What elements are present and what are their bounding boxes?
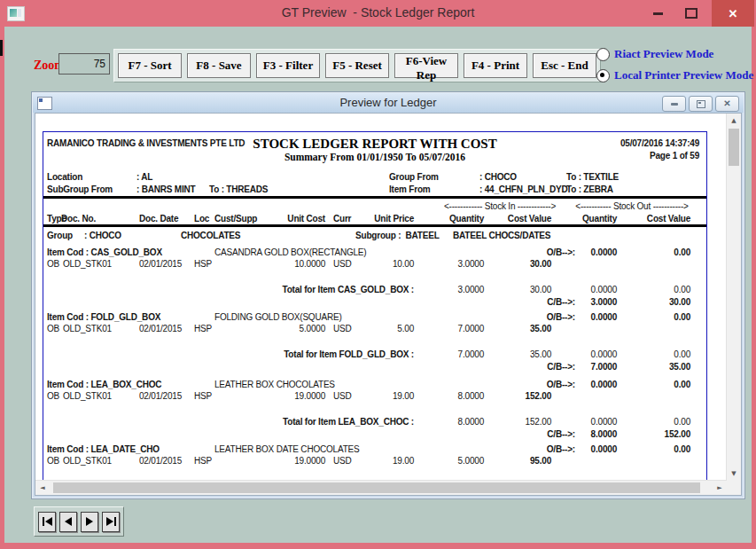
close-icon: ✕: [723, 99, 730, 108]
stock-out-span-header: <----------- Stock Out ----------->: [575, 201, 688, 211]
report-text: HSP: [194, 391, 212, 401]
report-text: 7.0000: [458, 349, 484, 359]
report-text: 30.00: [669, 297, 690, 307]
column-header: Unit Price: [374, 214, 414, 224]
mode-group: Riact Preview ModeLocal Printer Preview …: [596, 46, 753, 89]
item-description: FOLDING GOLD BOX(SQUARE): [214, 312, 342, 322]
report-text: 7.0000: [458, 324, 484, 333]
report-text: 0.0000: [591, 380, 617, 389]
toolbar-button-f7[interactable]: F7 - Sort: [118, 53, 182, 78]
report-text: To : ZEBRA: [566, 184, 613, 194]
radio-icon[interactable]: [596, 48, 610, 61]
report-text: BATEEL CHOCS/DATES: [453, 231, 550, 240]
item-total-label: Total for Item CAS_GOLD_BOX :: [283, 285, 414, 294]
report-text: 0.00: [674, 312, 690, 322]
item-total-label: Total for Item FOLD_GLD_BOX :: [284, 349, 414, 359]
zoom-input[interactable]: [58, 53, 110, 75]
toolbar-button-f6[interactable]: F6-View Rep: [394, 53, 458, 78]
preview-window: Preview for Ledger ✕ RAMANICO TRADING & …: [31, 91, 745, 499]
nav-previous-button[interactable]: [59, 512, 77, 532]
column-header: Curr: [333, 214, 351, 224]
report-text: HSP: [194, 259, 212, 269]
report-text: : AL: [136, 172, 152, 182]
preview-minimize-button[interactable]: [662, 96, 686, 112]
item-description: LEATHER BOX DATE CHOCOLATES: [214, 444, 360, 454]
report-text: 0.00: [674, 247, 690, 257]
report-text: Group: [47, 231, 73, 240]
report-text: 0.0000: [591, 312, 617, 322]
report-text: OB: [47, 324, 59, 333]
button-panel: F7 - SortF8 - SaveF3 - FilterF5 - ResetF…: [113, 49, 601, 82]
item-description: CASANDRA GOLD BOX(RECTANGLE): [214, 247, 366, 257]
toolbar-button-f3[interactable]: F3 - Filter: [256, 53, 320, 78]
report-text: 35.00: [530, 349, 551, 359]
report-text: OB: [47, 391, 59, 401]
scroll-down-icon[interactable]: ▼: [727, 467, 741, 481]
report-text: 19.00: [393, 391, 414, 401]
report-text: USD: [333, 456, 352, 466]
maximize-button[interactable]: [678, 0, 705, 27]
column-header: Cost Value: [647, 214, 690, 224]
column-header: Doc. Date: [139, 214, 178, 224]
mode-option-2[interactable]: Local Printer Preview Mode: [596, 67, 753, 83]
nav-first-button[interactable]: [38, 512, 56, 532]
report-title: STOCK LEDGER REPORT WITH COST: [253, 137, 496, 152]
report-datetime: 05/07/2016 14:37:49: [620, 138, 699, 148]
titlebar: GT Preview - Stock Ledger Report ✕: [0, 0, 756, 27]
scroll-up-icon[interactable]: ▲: [727, 114, 741, 128]
report-text: 30.00: [530, 285, 551, 294]
column-header: Doc. No.: [61, 214, 96, 224]
minimize-icon: [653, 12, 663, 15]
vertical-scroll-thumb[interactable]: [729, 129, 739, 166]
report-text: 0.00: [674, 349, 690, 359]
report-subtitle: Summary From 01/01/1950 To 05/07/2016: [284, 152, 465, 162]
record-nav-panel: [34, 506, 124, 537]
close-icon: ✕: [729, 8, 738, 20]
report-text: To : THREADS: [209, 184, 268, 194]
preview-restore-button[interactable]: [689, 96, 713, 112]
item-total-label: Total for Item LEA_BOX_CHOC :: [283, 417, 414, 427]
report-text: OLD_STK01: [63, 259, 112, 269]
report-text: 02/01/2015: [139, 324, 182, 333]
report-text: HSP: [194, 456, 212, 466]
report-text: 152.00: [665, 429, 690, 439]
item-description: LEATHER BOX CHOCOLATES: [214, 380, 335, 389]
minimize-button[interactable]: [644, 0, 671, 27]
toolbar-button-f8[interactable]: F8 - Save: [187, 53, 251, 78]
report-page: RAMANICO TRADING & INVESTMENTS PTE LTDST…: [43, 131, 707, 496]
vertical-scrollbar[interactable]: ▲ ▼: [726, 114, 741, 481]
report-text: HSP: [194, 324, 212, 333]
horizontal-scroll-thumb[interactable]: [53, 482, 700, 493]
mode-label: Local Printer Preview Mode: [614, 68, 753, 82]
closing-balance-label: C/B-->:: [547, 297, 575, 307]
column-header: Cust/Supp: [214, 214, 257, 224]
nav-next-button[interactable]: [81, 512, 98, 532]
report-text: OLD_STK01: [63, 456, 112, 466]
report-text: : CHOCO: [84, 231, 121, 240]
radio-selected-icon[interactable]: [596, 69, 610, 82]
toolbar-button-f5[interactable]: F5 - Reset: [325, 53, 389, 78]
horizontal-scrollbar[interactable]: ◄ ►: [35, 480, 727, 495]
nav-last-button[interactable]: [102, 512, 120, 532]
stock-in-span-header: <------------ Stock In ------------>: [444, 201, 556, 211]
report-text: 8.0000: [458, 391, 484, 401]
scroll-left-icon[interactable]: ◄: [35, 481, 50, 495]
close-button[interactable]: ✕: [712, 0, 754, 27]
toolbar-button-f4[interactable]: F4 - Print: [464, 53, 527, 78]
report-text: 0.0000: [591, 349, 617, 359]
report-company: RAMANICO TRADING & INVESTMENTS PTE LTD: [47, 138, 245, 148]
toolbar-button-esc[interactable]: Esc - End: [533, 53, 596, 78]
report-text: 30.00: [530, 259, 551, 269]
report-text: 3.0000: [591, 297, 617, 307]
report-page-number: Page 1 of 59: [650, 151, 699, 161]
mode-label: Riact Preview Mode: [614, 47, 713, 61]
scroll-right-icon[interactable]: ►: [713, 481, 727, 495]
report-text: 152.00: [526, 417, 551, 427]
mode-option-1[interactable]: Riact Preview Mode: [596, 46, 753, 62]
preview-body: RAMANICO TRADING & INVESTMENTS PTE LTDST…: [35, 113, 742, 496]
report-text: OB: [47, 456, 59, 466]
report-text: SubGroup From: [47, 184, 113, 194]
opening-balance-label: O/B-->:: [547, 444, 575, 454]
report-text: 8.0000: [591, 429, 617, 439]
preview-close-button[interactable]: ✕: [715, 96, 739, 112]
